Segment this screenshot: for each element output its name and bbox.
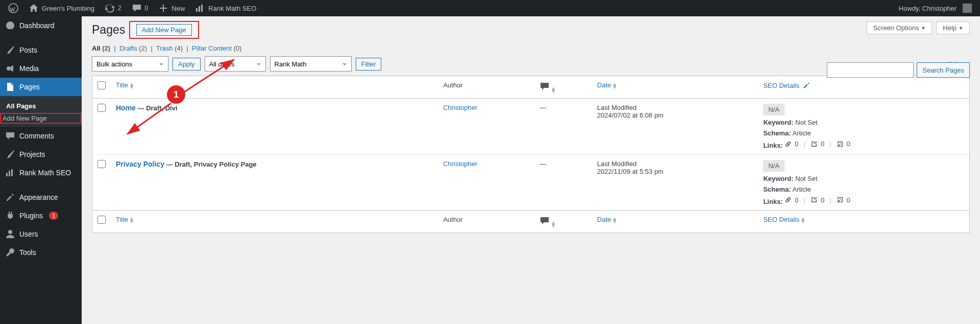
wp-logo[interactable] xyxy=(4,0,22,16)
new-content-link[interactable]: New xyxy=(154,0,189,16)
rankmath-label: Rank Math SEO xyxy=(208,5,256,12)
col-author: Author xyxy=(438,76,534,99)
site-name-link[interactable]: Green's Plumbing xyxy=(24,0,99,16)
pencil-icon[interactable] xyxy=(802,81,811,89)
svg-point-8 xyxy=(8,230,12,234)
row-title-link[interactable]: Home xyxy=(116,104,136,112)
svg-rect-1 xyxy=(196,8,198,12)
col-date[interactable]: Date xyxy=(597,81,617,89)
rankmath-filter-select[interactable]: Rank Math xyxy=(270,56,352,72)
view-pillar[interactable]: Pillar Content (0) xyxy=(192,44,242,52)
author-link[interactable]: Christopher xyxy=(443,104,477,111)
col-seo[interactable]: SEO Details xyxy=(763,82,799,89)
select-all-top[interactable] xyxy=(97,81,106,89)
col-author-foot: Author xyxy=(438,211,534,233)
menu-posts[interactable]: Posts xyxy=(0,41,82,59)
post-state: — Draft, Divi xyxy=(138,104,178,112)
svg-rect-2 xyxy=(199,6,200,12)
row-seo: N/AKeyword: Not SetSchema: ArticleLinks:… xyxy=(758,154,969,211)
menu-pages[interactable]: Pages xyxy=(0,78,82,96)
menu-plugins[interactable]: Plugins1 xyxy=(0,206,82,225)
updates-link[interactable]: 2 xyxy=(101,0,126,16)
help-button[interactable]: Help xyxy=(936,21,970,34)
account-link[interactable]: Howdy, Christopher xyxy=(895,0,976,16)
updates-count: 2 xyxy=(118,5,121,12)
bulk-actions-select[interactable]: Bulk actions xyxy=(92,56,168,72)
row-comments: — xyxy=(534,154,592,211)
add-new-page-button[interactable]: Add New Page xyxy=(129,21,199,39)
pages-table: Title Author Date SEO Details Home — Dra… xyxy=(92,76,970,233)
comment-icon xyxy=(540,216,550,226)
table-row: Privacy Policy — Draft, Privacy Policy P… xyxy=(92,154,970,211)
apply-button[interactable]: Apply xyxy=(173,58,201,71)
row-checkbox[interactable] xyxy=(97,104,106,112)
comments-link[interactable]: 0 xyxy=(128,0,153,16)
row-date: Last Modified2022/11/09 at 5:53 pm xyxy=(592,154,758,211)
menu-projects[interactable]: Projects xyxy=(0,145,82,164)
view-filters: All (2) | Drafts (2) | Trash (4) | Pilla… xyxy=(92,44,970,52)
comment-icon xyxy=(540,81,550,91)
view-all[interactable]: All (2) xyxy=(92,44,110,52)
site-name: Green's Plumbing xyxy=(42,5,94,12)
row-checkbox[interactable] xyxy=(97,160,106,168)
sub-all-pages[interactable]: All Pages xyxy=(0,99,82,113)
row-title-link[interactable]: Privacy Policy xyxy=(116,160,164,168)
row-seo: N/AKeyword: Not SetSchema: ArticleLinks:… xyxy=(758,99,969,155)
filter-button[interactable]: Filter xyxy=(356,58,382,71)
menu-users[interactable]: Users xyxy=(0,225,82,243)
menu-rankmath[interactable]: Rank Math SEO xyxy=(0,164,82,182)
howdy-text: Howdy, Christopher xyxy=(899,5,957,12)
seo-score-badge: N/A xyxy=(763,104,785,115)
admin-bar: Green's Plumbing 2 0 New Rank Math SEO H… xyxy=(0,0,980,16)
col-title[interactable]: Title xyxy=(116,81,134,89)
svg-point-4 xyxy=(7,66,11,71)
col-seo-foot[interactable]: SEO Details xyxy=(763,216,805,223)
menu-media[interactable]: Media xyxy=(0,59,82,78)
row-comments: — xyxy=(534,99,592,155)
author-link[interactable]: Christopher xyxy=(443,160,477,168)
svg-rect-5 xyxy=(6,173,8,176)
col-comments-foot[interactable] xyxy=(534,211,592,233)
view-trash[interactable]: Trash (4) xyxy=(156,44,183,52)
row-date: Last Modified2024/07/02 at 6:08 pm xyxy=(592,99,758,155)
avatar xyxy=(963,4,972,13)
select-all-bottom[interactable] xyxy=(97,216,106,224)
svg-rect-7 xyxy=(11,169,13,176)
sub-add-new-page[interactable]: Add New Page xyxy=(0,113,82,124)
col-date-foot[interactable]: Date xyxy=(597,216,617,223)
annotation-step-badge: 1 xyxy=(167,85,185,104)
col-comments[interactable] xyxy=(534,76,592,99)
pages-submenu: All Pages Add New Page xyxy=(0,96,82,127)
plugins-update-badge: 1 xyxy=(49,212,58,220)
screen-options-button[interactable]: Screen Options xyxy=(867,21,933,34)
content-area: Screen Options Help Pages Add New Page A… xyxy=(82,16,980,324)
date-filter-select[interactable]: All dates xyxy=(205,56,266,72)
search-input[interactable] xyxy=(827,62,914,78)
comments-count: 0 xyxy=(145,5,149,12)
col-title-foot[interactable]: Title xyxy=(116,216,134,223)
table-row: Home — Draft, DiviChristopher—Last Modif… xyxy=(92,99,970,155)
svg-rect-3 xyxy=(201,5,203,12)
view-drafts[interactable]: Drafts (2) xyxy=(119,44,147,52)
search-button[interactable]: Search Pages xyxy=(917,62,970,78)
rankmath-bar-link[interactable]: Rank Math SEO xyxy=(191,0,260,16)
menu-comments[interactable]: Comments xyxy=(0,127,82,145)
menu-tools[interactable]: Tools xyxy=(0,243,82,262)
post-state: — Draft, Privacy Policy Page xyxy=(166,160,257,168)
new-label: New xyxy=(172,5,185,12)
seo-score-badge: N/A xyxy=(763,160,785,172)
search-box: Search Pages xyxy=(827,62,970,78)
menu-appearance[interactable]: Appearance xyxy=(0,188,82,206)
admin-menu: Dashboard Posts Media Pages All Pages Ad… xyxy=(0,16,82,324)
menu-dashboard[interactable]: Dashboard xyxy=(0,16,82,35)
svg-rect-6 xyxy=(9,171,10,176)
page-title: Pages xyxy=(92,23,125,37)
